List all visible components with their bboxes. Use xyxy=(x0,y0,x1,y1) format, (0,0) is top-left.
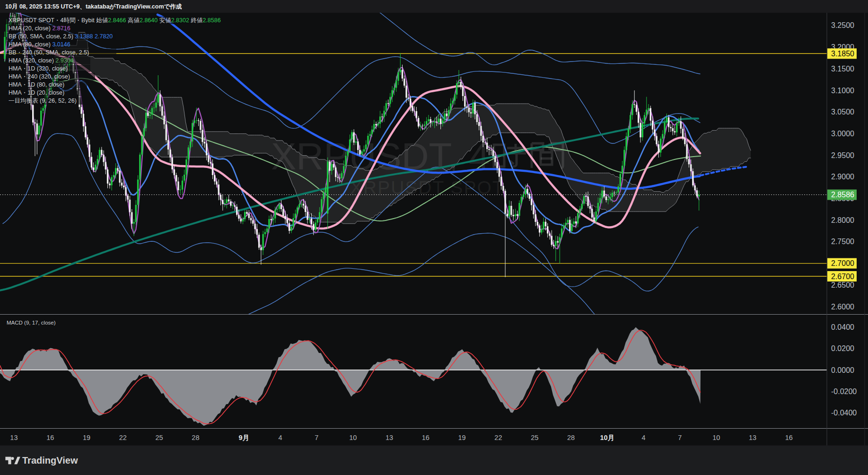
svg-text:13: 13 xyxy=(749,434,756,441)
svg-text:4: 4 xyxy=(642,434,646,441)
svg-text:HMA (20, close) 2.8716: HMA (20, close) 2.8716 xyxy=(9,25,70,32)
svg-text:2.9000: 2.9000 xyxy=(831,173,854,181)
svg-text:9月: 9月 xyxy=(239,434,250,441)
svg-text:2.8000: 2.8000 xyxy=(831,216,854,224)
svg-text:2.9500: 2.9500 xyxy=(831,151,854,159)
svg-text:13: 13 xyxy=(10,434,18,441)
svg-text:16: 16 xyxy=(46,434,54,441)
svg-text:2.7000: 2.7000 xyxy=(831,259,854,267)
svg-text:16: 16 xyxy=(785,434,793,441)
svg-text:2.6000: 2.6000 xyxy=(831,303,854,311)
svg-text:MACD (9, 17, close): MACD (9, 17, close) xyxy=(7,320,56,325)
svg-text:0.0200: 0.0200 xyxy=(831,344,854,352)
svg-text:3.0000: 3.0000 xyxy=(831,130,854,138)
svg-text:2.6700: 2.6700 xyxy=(831,273,854,281)
svg-text:XRPUSDT SPOT・4時間・Bybit 始値2.84: XRPUSDT SPOT・4時間・Bybit 始値2.8466 高値2.8640… xyxy=(9,17,221,24)
svg-text:4: 4 xyxy=(279,434,282,441)
svg-text:一目均衡表 (9, 26, 52, 26): 一目均衡表 (9, 26, 52, 26) xyxy=(9,97,77,104)
svg-text:28: 28 xyxy=(567,434,575,441)
svg-text:-0.0200: -0.0200 xyxy=(831,387,857,396)
svg-text:2.8586: 2.8586 xyxy=(831,191,854,199)
svg-text:3.1850: 3.1850 xyxy=(831,50,854,58)
svg-text:3.2500: 3.2500 xyxy=(831,21,854,29)
svg-text:BB (50, SMA, close, 2.5) 3.13: BB (50, SMA, close, 2.5) 3.1388 2.7820 xyxy=(9,33,113,40)
svg-text:25: 25 xyxy=(531,434,538,441)
svg-text:13: 13 xyxy=(386,434,393,441)
svg-text:10: 10 xyxy=(712,434,720,441)
svg-text:3.0500: 3.0500 xyxy=(831,108,854,116)
svg-text:2.6500: 2.6500 xyxy=(831,281,854,289)
svg-text:HMA (320, close) 2.9304: HMA (320, close) 2.9304 xyxy=(9,57,74,64)
svg-text:2.7500: 2.7500 xyxy=(831,238,854,246)
svg-text:19: 19 xyxy=(458,434,466,441)
svg-text:TradingView: TradingView xyxy=(22,455,78,466)
svg-text:10: 10 xyxy=(349,434,357,441)
svg-text:HMA (80, close) 3.0146: HMA (80, close) 3.0146 xyxy=(9,41,70,48)
svg-text:22: 22 xyxy=(119,434,127,441)
svg-text:HMA・1D (80, close): HMA・1D (80, close) xyxy=(9,81,64,88)
svg-text:7: 7 xyxy=(315,434,318,441)
svg-text:10月: 10月 xyxy=(600,434,614,441)
svg-text:HMA・1D (20, close): HMA・1D (20, close) xyxy=(9,89,64,96)
svg-text:HMA・240 (320, close): HMA・240 (320, close) xyxy=(9,73,70,80)
svg-text:25: 25 xyxy=(156,434,163,441)
svg-text:28: 28 xyxy=(192,434,199,441)
svg-text:HMA・1D (320, close): HMA・1D (320, close) xyxy=(9,65,68,72)
svg-text:16: 16 xyxy=(422,434,430,441)
svg-text:BB・240 (50, SMA, close, 2.5): BB・240 (50, SMA, close, 2.5) xyxy=(9,49,89,56)
svg-text:22: 22 xyxy=(494,434,502,441)
svg-text:7: 7 xyxy=(678,434,682,441)
svg-text:0.0400: 0.0400 xyxy=(831,323,854,331)
svg-text:-0.0400: -0.0400 xyxy=(831,409,857,417)
svg-text:10月 08, 2025 13:55 UTC+9、takat: 10月 08, 2025 13:55 UTC+9、takatabaがTradin… xyxy=(5,3,182,10)
svg-text:3.1000: 3.1000 xyxy=(831,87,854,95)
svg-text:19: 19 xyxy=(83,434,90,441)
svg-text:0.0000: 0.0000 xyxy=(831,366,854,374)
svg-text:3.1500: 3.1500 xyxy=(831,65,854,73)
